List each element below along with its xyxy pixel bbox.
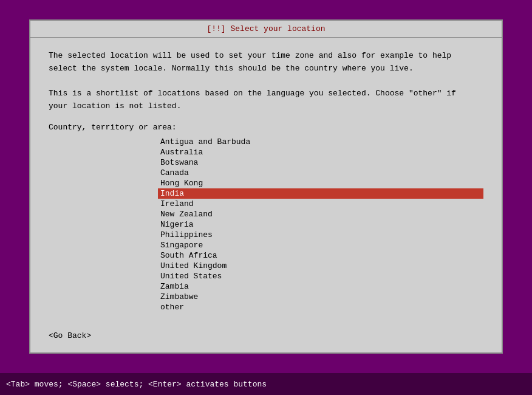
go-back-area: <Go Back> <box>30 325 502 352</box>
country-item[interactable]: Antigua and Barbuda <box>158 137 483 147</box>
dialog-title: [!!] Select your location <box>206 24 325 33</box>
country-item[interactable]: Nigeria <box>158 219 483 230</box>
country-item[interactable]: Hong Kong <box>158 178 483 188</box>
dialog-box: [!!] Select your location The selected l… <box>29 19 503 354</box>
main-area: [!!] Select your location The selected l… <box>0 0 532 373</box>
country-item[interactable]: Australia <box>158 147 483 157</box>
description-block: The selected location will be used to se… <box>49 50 483 113</box>
desc-line4: This is a shortlist of locations based o… <box>49 88 483 100</box>
country-item[interactable]: Zimbabwe <box>158 292 483 302</box>
desc-line5: your location is not listed. <box>49 100 483 113</box>
country-item[interactable]: New Zealand <box>158 209 483 219</box>
country-item[interactable]: Zambia <box>158 281 483 292</box>
country-item[interactable]: Philippines <box>158 230 483 240</box>
status-text: <Tab> moves; <Space> selects; <Enter> ac… <box>6 380 267 389</box>
country-item[interactable]: Canada <box>158 168 483 178</box>
country-label: Country, territory or area: <box>49 123 483 132</box>
dialog-title-bar: [!!] Select your location <box>30 21 502 38</box>
country-item[interactable]: South Africa <box>158 250 483 261</box>
country-item[interactable]: India <box>158 188 483 199</box>
desc-line2: select the system locale. Normally this … <box>49 63 483 75</box>
country-item[interactable]: United Kingdom <box>158 261 483 271</box>
country-item[interactable]: United States <box>158 271 483 281</box>
desc-line1: The selected location will be used to se… <box>49 50 483 63</box>
dialog-content: The selected location will be used to se… <box>30 38 502 325</box>
country-item[interactable]: Singapore <box>158 240 483 250</box>
status-bar: <Tab> moves; <Space> selects; <Enter> ac… <box>0 373 532 395</box>
dialog-title-line: [!!] Select your location <box>206 24 325 33</box>
country-item[interactable]: other <box>158 302 483 312</box>
country-item[interactable]: Botswana <box>158 157 483 168</box>
country-item[interactable]: Ireland <box>158 199 483 209</box>
go-back-button[interactable]: <Go Back> <box>49 331 91 340</box>
country-list: Antigua and BarbudaAustraliaBotswanaCana… <box>158 137 483 312</box>
